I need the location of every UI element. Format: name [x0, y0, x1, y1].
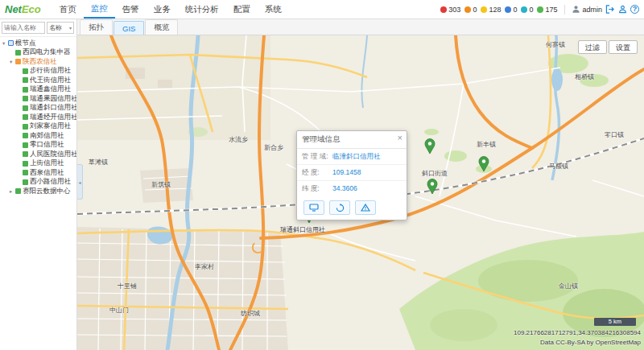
map-town-label: 中山门	[109, 306, 129, 315]
chevron-down-icon[interactable]: ▾	[10, 59, 15, 65]
tree-item-shaanxi-rcc[interactable]: ▾陕西农信社	[0, 57, 76, 67]
tree-item-branch[interactable]: 瑞通果园信用社	[0, 94, 76, 104]
search-type-dropdown[interactable]: 名称 ▾	[47, 22, 74, 34]
marker-label: 瑞通斜口信用社	[280, 225, 325, 234]
tree-item-branch[interactable]: 瑞通斜口信用社	[0, 104, 76, 113]
tree-item-branch[interactable]: 瑞通经开信用社	[0, 113, 76, 122]
map-filter-button[interactable]: 过滤	[578, 40, 607, 54]
alarm-view-button[interactable]	[355, 200, 376, 215]
normal-status-icon	[537, 6, 543, 13]
neteco-logo: NetEco	[5, 3, 41, 15]
help-button[interactable]: ?	[630, 5, 639, 14]
tree-item-branch[interactable]: 刘家寨信用社	[0, 122, 76, 132]
pin-icon	[427, 179, 438, 195]
tree-item-branch[interactable]: 零口信用社	[0, 141, 76, 150]
switch-user-button[interactable]	[618, 5, 627, 14]
pin-icon	[478, 156, 489, 172]
map-town-label: 何寨镇	[546, 40, 565, 49]
monitor-icon	[8, 40, 14, 46]
menu-item-statistics[interactable]: 统计分析	[178, 0, 226, 19]
map-town-label: 金山镇	[559, 282, 578, 290]
alarm-badge-major[interactable]: 0	[464, 6, 477, 14]
map-settings-button[interactable]: 设置	[609, 40, 638, 54]
alarm-badge-info[interactable]: 0	[521, 6, 533, 14]
map-town-label: 新合乡	[264, 143, 283, 152]
tree-item-branch[interactable]: 代王街信用社	[0, 76, 76, 85]
map-town-label: 新筑镇	[151, 180, 171, 189]
tab-topology[interactable]: 拓扑	[80, 19, 113, 35]
tree-item-branch[interactable]: 瑞通鑫信用社	[0, 85, 76, 95]
logout-icon	[605, 5, 615, 14]
chevron-down-icon[interactable]: ▾	[2, 40, 8, 47]
menu-item-monitor[interactable]: 监控	[84, 0, 115, 19]
tree-item-root[interactable]: ▾根节点	[0, 39, 76, 48]
tree-item-branch[interactable]: 上街信用社	[0, 159, 76, 169]
domain-info-popup: 管理域信息 × 管 理 域: 临潼斜口信用社 经 度: 109.1458 纬 度…	[296, 130, 407, 220]
map-marker[interactable]	[424, 138, 436, 158]
gis-map: 何寨镇 相桥镇 新丰镇 马额镇 零口镇 斜口街道 西泉镇 新合乡 水流乡 新筑镇…	[77, 35, 644, 350]
search-input[interactable]	[2, 22, 45, 34]
site-node-icon	[23, 161, 28, 167]
map-town-label: 草滩镇	[89, 158, 108, 167]
popup-title: 管理域信息 ×	[297, 131, 407, 149]
tab-gis[interactable]: GIS	[114, 21, 144, 35]
popup-field-longitude: 经 度: 109.1458	[297, 165, 407, 181]
site-node-icon	[23, 96, 28, 101]
device-view-button[interactable]	[303, 200, 324, 215]
alarm-badge-normal[interactable]: 175	[537, 6, 557, 14]
sync-button[interactable]	[329, 200, 350, 215]
logout-button[interactable]	[605, 5, 615, 14]
map-town-label: 李家村	[195, 262, 214, 271]
tree-item-branch[interactable]: 南郊信用社	[0, 131, 76, 141]
close-icon[interactable]: ×	[398, 133, 402, 142]
popup-action-buttons	[297, 196, 407, 220]
tree-item-branch[interactable]: 步行街信用社	[0, 67, 76, 76]
device-icon	[309, 204, 319, 212]
device-tree-panel: 名称 ▾ ▾根节点 西四电力集中器 ▾陕西农信社 步行街信用社 代王街信用社 瑞…	[0, 19, 77, 350]
map-town-label: 零口镇	[605, 130, 624, 139]
divider	[564, 5, 565, 14]
menu-item-system[interactable]: 系统	[258, 0, 289, 19]
minor-alarm-icon	[481, 6, 487, 13]
menu-item-config[interactable]: 配置	[226, 0, 258, 19]
map-marker[interactable]	[427, 179, 438, 198]
collapse-left-icon: ◂	[78, 179, 80, 185]
site-node-icon	[23, 77, 28, 83]
site-node-icon	[23, 105, 28, 111]
alarm-badge-warning[interactable]: 0	[505, 6, 517, 14]
site-node-icon	[23, 124, 28, 130]
current-user[interactable]: admin	[572, 5, 602, 14]
menu-item-alarm[interactable]: 告警	[115, 0, 147, 19]
map-town-label: 新丰镇	[477, 140, 496, 149]
tree-item-datacenter[interactable]: ▸赛阳云数据中心	[0, 187, 76, 196]
switch-user-icon	[618, 5, 627, 14]
alarm-badge-minor[interactable]: 128	[481, 6, 501, 14]
sidebar-collapse-handle[interactable]: ◂	[77, 164, 83, 200]
map-town-label: 相桥镇	[575, 72, 594, 81]
domain-link[interactable]: 临潼斜口信用社	[332, 152, 381, 162]
map-scale-bar: 5 km	[594, 318, 636, 326]
map-marker[interactable]	[478, 156, 489, 175]
sync-icon	[336, 204, 345, 212]
main-panel: 拓扑 GIS 概览	[77, 19, 644, 350]
tree-item-branch[interactable]: 西小路信用社	[0, 178, 76, 187]
tab-overview[interactable]: 概览	[145, 19, 178, 35]
map-town-label: 十里铺	[118, 282, 137, 290]
chevron-down-icon: ▾	[69, 25, 72, 31]
tree-item-branch[interactable]: 西泉信用社	[0, 168, 76, 178]
chevron-right-icon[interactable]: ▸	[10, 188, 15, 195]
tree-item-collector[interactable]: 西四电力集中器	[0, 48, 76, 58]
menu-item-business[interactable]: 业务	[147, 0, 178, 19]
site-node-icon	[23, 114, 28, 120]
map-town-label: 马额镇	[549, 162, 568, 171]
site-node-icon	[23, 142, 28, 148]
tree-item-branch[interactable]: 人民医院信用社	[0, 150, 76, 159]
critical-alarm-icon	[440, 6, 447, 13]
map-town-label: 水流乡	[229, 135, 248, 144]
tree-search-row: 名称 ▾	[0, 19, 76, 37]
menu-item-home[interactable]: 首页	[52, 0, 84, 19]
device-tree: ▾根节点 西四电力集中器 ▾陕西农信社 步行街信用社 代王街信用社 瑞通鑫信用社…	[0, 37, 76, 198]
alarm-badge-critical[interactable]: 303	[440, 6, 460, 14]
main-menu: 首页 监控 告警 业务 统计分析 配置 系统	[52, 0, 289, 19]
popup-field-domain: 管 理 域: 临潼斜口信用社	[297, 149, 407, 165]
